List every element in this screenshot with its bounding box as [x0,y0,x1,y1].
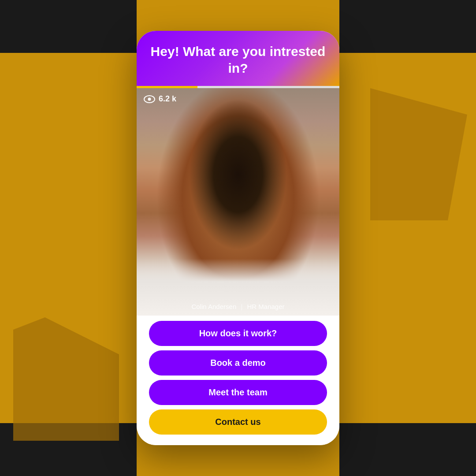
name-divider: | [241,303,242,310]
person-name: Colin Andersen [191,303,236,310]
svg-point-1 [148,97,151,100]
video-area: 6.2 k Colin Andersen | HR Manager [137,88,339,316]
phone-frame: Hey! What are you intrested in? 6.2 k Co… [137,31,339,445]
meet-the-team-button[interactable]: Meet the team [149,380,327,405]
buttons-area: How does it work? Book a demo Meet the t… [137,316,339,445]
eye-icon [144,95,155,103]
book-a-demo-button[interactable]: Book a demo [149,350,327,376]
phone-header: Hey! What are you intrested in? [137,31,339,86]
bg-corner-top-left [0,0,137,53]
how-does-it-work-button[interactable]: How does it work? [149,321,327,346]
header-title: Hey! What are you intrested in? [145,43,331,76]
person-role: HR Manager [247,303,284,310]
view-count-text: 6.2 k [159,94,176,104]
person-name-overlay: Colin Andersen | HR Manager [137,303,339,310]
contact-us-button[interactable]: Contact us [149,409,327,435]
bg-corner-bottom-right [339,423,476,476]
bg-corner-top-right [339,0,476,53]
view-count-container: 6.2 k [144,94,176,104]
